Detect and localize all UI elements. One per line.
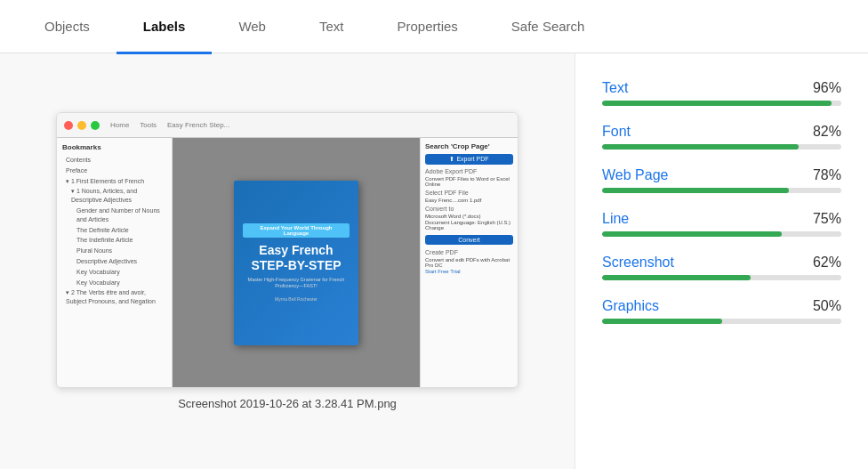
top-nav: ObjectsLabelsWebTextPropertiesSafe Searc… [0,0,868,53]
convert-button[interactable]: Convert [425,235,513,245]
result-label: Screenshot [602,255,674,271]
sidebar-item: Key Vocabulary [62,278,166,288]
result-label: Web Page [602,167,668,183]
result-percentage: 78% [813,167,841,183]
book-title: Easy FrenchSTEP-BY-STEP [251,243,341,273]
toolbar-tab-file: Easy French Step... [167,121,229,129]
book-subtitle: Master High-Frequency Grammar for French… [243,277,350,289]
pdf-body: Bookmarks Contents Preface ▾ 1 First Ele… [57,138,518,387]
sidebar-item: Key Vocabulary [62,267,166,278]
sidebar-item: Contents [62,155,166,166]
result-percentage: 96% [813,80,841,96]
result-item-graphics: Graphics50% [602,298,841,324]
tab-objects[interactable]: Objects [18,1,117,54]
convert-desc: Convert PDF Files to Word or Excel Onlin… [425,176,513,187]
progress-track [602,319,841,324]
convert-section: Adobe Export PDF Convert PDF Files to Wo… [425,168,513,274]
book-cover: Expand Your World Through Language Easy … [234,181,358,345]
screenshot-preview: Home Tools Easy French Step... Bookmarks… [56,112,518,388]
pdf-sidebar: Bookmarks Contents Preface ▾ 1 First Ele… [57,138,173,387]
result-header: Text96% [602,80,841,96]
progress-bar [602,144,799,150]
result-header: Screenshot62% [602,255,841,271]
selected-file: Easy Frenc....com 1.pdf [425,198,513,203]
result-item-text: Text96% [602,80,841,106]
result-item-line: Line75% [602,211,841,237]
sidebar-item: Preface [62,166,166,176]
close-button [64,121,73,130]
select-pdf-label: Select PDF File [425,190,513,196]
export-pdf-btn: ⬆ Export PDF [425,154,513,165]
sidebar-item: Plural Nouns [62,246,166,256]
toolbar-tab-home: Home [110,121,129,129]
result-percentage: 75% [813,211,841,227]
maximize-button [91,121,100,130]
result-percentage: 50% [813,298,841,314]
progress-bar [602,101,832,106]
convert-to-label: Convert to [425,206,513,212]
pdf-export-panel: Search 'Crop Page' ⬆ Export PDF Adobe Ex… [420,138,518,387]
pdf-toolbar: Home Tools Easy French Step... [57,113,518,138]
tab-labels[interactable]: Labels [117,1,213,54]
sidebar-item: ▾ 1 Nouns, Articles, and Descriptive Adj… [62,186,166,206]
sidebar-item: Descriptive Adjectives [62,256,166,267]
progress-track [602,101,841,106]
result-header: Web Page78% [602,167,841,183]
result-header: Graphics50% [602,298,841,314]
pdf-page-area: Expand Your World Through Language Easy … [173,138,420,387]
sidebar-item: The Definite Article [62,225,166,236]
result-label: Graphics [602,298,659,314]
book-banner: Expand Your World Through Language [243,223,350,238]
result-percentage: 82% [813,124,841,140]
book-author: Myrna Bell Rochester [275,296,317,302]
create-pdf-label: Create PDF [425,249,513,255]
tab-web[interactable]: Web [212,1,293,54]
progress-bar [602,231,782,237]
progress-bar [602,319,722,324]
result-item-font: Font82% [602,124,841,150]
toolbar-tab-tools: Tools [140,121,157,129]
progress-track [602,231,841,237]
start-trial-link[interactable]: Start Free Trial [425,269,513,274]
minimize-button [77,121,86,130]
result-item-web-page: Web Page78% [602,167,841,193]
result-header: Font82% [602,124,841,140]
traffic-lights [64,121,100,130]
result-item-screenshot: Screenshot62% [602,255,841,280]
sidebar-item: Gender and Number of Nouns and Articles [62,206,166,225]
progress-track [602,275,841,280]
tab-text[interactable]: Text [293,1,371,54]
results-panel: Text96%Font82%Web Page78%Line75%Screensh… [575,53,868,469]
ms-word-option: Microsoft Word (*.docx) [425,214,513,219]
result-header: Line75% [602,211,841,227]
result-percentage: 62% [813,255,841,271]
crop-page-search: Search 'Crop Page' [425,142,513,150]
left-panel: Home Tools Easy French Step... Bookmarks… [0,53,575,469]
bookmarks-title: Bookmarks [62,143,166,151]
sidebar-item: ▾ 1 First Elements of French [62,176,166,187]
progress-track [602,144,841,150]
pdf-viewer: Home Tools Easy French Step... Bookmarks… [57,113,518,387]
progress-bar [602,275,751,280]
adobe-export-label: Adobe Export PDF [425,168,513,174]
progress-bar [602,188,789,193]
result-label: Text [602,80,628,96]
main-content: Home Tools Easy French Step... Bookmarks… [0,53,868,469]
doc-lang: Document Language: English (U.S.) Change [425,220,513,230]
sidebar-item: ▾ 2 The Verbs être and avoir, Subject Pr… [62,287,166,307]
progress-track [602,188,841,193]
screenshot-filename: Screenshot 2019-10-26 at 3.28.41 PM.png [178,397,397,410]
sidebar-item: The Indefinite Article [62,235,166,246]
create-pdf-desc: Convert and edit PDFs with Acrobat Pro D… [425,257,513,268]
tab-safe-search[interactable]: Safe Search [485,1,612,54]
result-label: Font [602,124,631,140]
tab-properties[interactable]: Properties [370,1,484,54]
result-label: Line [602,211,629,227]
